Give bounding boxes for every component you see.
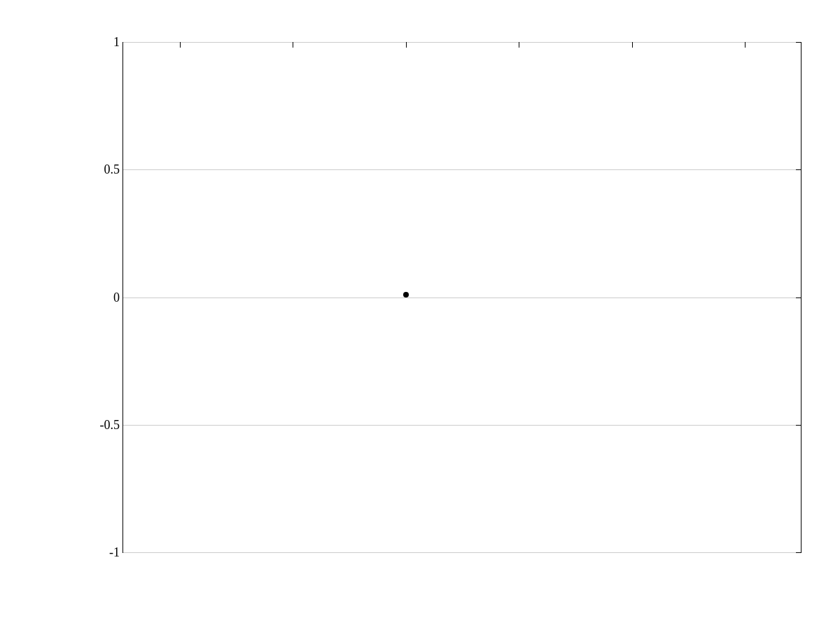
x-tick-top bbox=[519, 42, 519, 48]
x-tick-top bbox=[293, 42, 293, 48]
y-tick-label: 1 bbox=[88, 35, 120, 50]
x-tick-top bbox=[745, 42, 746, 48]
plot-area: 10.50-0.5-1 bbox=[122, 42, 802, 553]
x-tick-top bbox=[632, 42, 633, 48]
y-tick-label: 0.5 bbox=[88, 162, 120, 177]
y-tick-label: -1 bbox=[88, 545, 120, 560]
y-gridline bbox=[123, 425, 802, 426]
x-tick-top bbox=[180, 42, 181, 48]
y-tick-right bbox=[796, 169, 802, 170]
y-tick-right bbox=[796, 552, 802, 553]
chart-wrapper: 10.50-0.5-1 ConGAT1GAT3DualConGAT1 bbox=[74, 35, 808, 609]
y-gridline bbox=[123, 169, 802, 170]
data-point bbox=[403, 292, 409, 298]
x-tick-top bbox=[406, 42, 407, 48]
y-tick-right bbox=[796, 298, 802, 298]
y-gridline bbox=[123, 42, 802, 43]
chart-container: 10.50-0.5-1 ConGAT1GAT3DualConGAT1 bbox=[0, 0, 840, 630]
y-tick-label: -0.5 bbox=[88, 417, 120, 432]
y-tick-right bbox=[796, 42, 802, 43]
y-tick-label: 0 bbox=[88, 290, 120, 304]
y-tick-right bbox=[796, 425, 802, 426]
y-gridline bbox=[123, 552, 802, 553]
y-gridline bbox=[123, 298, 802, 298]
